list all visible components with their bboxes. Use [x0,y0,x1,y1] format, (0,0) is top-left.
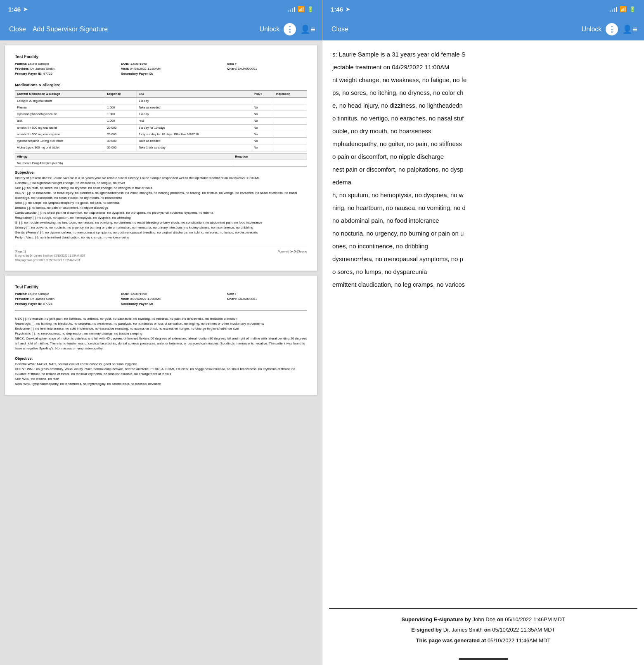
right-text-line-10: nest pain or discomfort, no palpitations… [332,164,634,175]
p2-dob: DOB: 12/08/1990 [121,292,227,297]
right-text-line-8: mphadenopathy, no goiter, no pain, no st… [332,138,634,149]
p1-allergy-table: Allergy Reaction No Known Drug Allergies… [15,153,307,167]
sig-esigned-on: on [484,627,491,633]
right-text-line-15: no nocturia, no urgency, no burning or p… [332,228,634,239]
p2-body-section: MSK [-]: no muscle, no joint pain, no st… [15,316,307,387]
p1-medications-table: Current Medication & Dosage Dispense SIG… [15,90,307,151]
page1-header-table: Patient: Laurie Sample DOB: 12/08/1990 S… [15,61,307,76]
sig-generated-label: This page was generated at [416,637,486,644]
med-col-sig: SIG [137,91,252,97]
p1-powered-by: Powered by DrChrono [277,250,307,263]
table-row: Hydromorphone/Bupivacaine1.0001 a dayNo [15,111,307,118]
page1-header: Test Facility Patient: Laurie Sample DOB… [15,54,307,76]
right-text-line-7: ouble, no dry mouth, no hoarseness [332,125,634,137]
left-dots-button[interactable] [284,23,296,35]
allergy-col-name: Allergy [15,153,233,160]
page2-header: Test Facility Patient: Laurie Sample DOB… [15,284,307,311]
right-text-line-4: ps, no sores, no itching, no dryness, no… [332,87,634,98]
left-location-icon: ➤ [23,6,28,12]
left-time: 1:46 [8,6,21,13]
p1-subjective-section: Subjective: History of present illness: … [15,170,307,240]
table-row: Lexapro 20 mg oral tablet1 a day [15,97,307,104]
table-row: cyclobenzaprine 10 mg oral tablet30.000T… [15,138,307,144]
p2-sex: Sex: F [227,292,307,297]
left-close-button[interactable]: Close [7,24,28,35]
right-text-line-9: o pain or discomfort, no nipple discharg… [332,151,634,162]
p1-patient-label: Patient: Laurie Sample [15,61,121,66]
med-col-indication: Indication [274,91,307,97]
right-signature-footer: Supervising E-signature by John Doe on 0… [329,608,637,646]
sig-supervising-name: John Doe [472,616,497,623]
sig-supervising-on: on [497,616,504,623]
p1-subjective-body: History of present illness: Laurie Sampl… [15,176,307,240]
p1-provider-label: Provider: Dr. James Smith [15,66,121,71]
sig-generated-date: 05/10/2022 11:46AM MDT [488,637,550,644]
right-text-line-12: h, no sputum, no hemoptysis, no dyspnea,… [332,189,634,200]
left-unlock-button[interactable]: Unlock [259,26,279,33]
p1-visit-label: Visit: 04/29/2022 11:00AM [121,66,227,71]
p2-patient: Patient: Laurie Sample [15,292,121,297]
right-text-line-1: s: Laurie Sample is a 31 years year old … [332,49,634,60]
left-signal-icon [288,6,295,12]
right-time: 1:46 [331,6,343,13]
right-text-line-3: nt weight change, no weakness, no fatigu… [332,74,634,85]
left-status-bar: 1:46 ➤ 📶 🔋 [0,0,322,18]
sig-supervising-label: Supervising E-signature by [402,616,471,623]
left-wifi-icon: 📶 [298,6,305,12]
p1-page-num: [Page 1] E-signed by Dr. James Smith on … [15,250,85,263]
left-phone-panel: 1:46 ➤ 📶 🔋 Close Add Supervisor Signatur… [0,0,322,665]
p2-objective-title: Objective: [15,356,307,362]
right-text-line-6: o tinnitus, no vertigo, no earaches, no … [332,113,634,124]
left-time-area: 1:46 ➤ [8,6,28,13]
left-nav-title: Add Supervisor Signature [33,26,256,33]
sig-esigned-label: E-signed by [411,627,442,633]
right-text-line-13: ning, no heartburn, no nausea, no vomiti… [332,202,634,213]
sig-generated-line: This page was generated at 05/10/2022 11… [329,636,637,645]
table-row: Phema1.000Take as neededNo [15,104,307,111]
table-row: amoxicillin 500 mg oral capsule20.0002 c… [15,131,307,137]
right-status-bar: 1:46 ➤ 📶 🔋 [322,0,644,18]
right-text-line-19: ermittent claudication, no leg cramps, n… [332,279,634,290]
right-text-line-5: e, no head injury, no dizziness, no ligh… [332,100,634,111]
page1-facility: Test Facility [15,54,307,60]
right-close-button[interactable]: Close [329,24,351,35]
right-text-line-2: jectable treatment on 04/29/2022 11:00AM [332,61,634,73]
right-user-list-icon[interactable]: 👤≡ [622,24,637,34]
p1-chart-label: Chart: SAJA000001 [227,66,307,71]
right-phone-panel: 1:46 ➤ 📶 🔋 Close Unlock 👤≡ s: Laurie Sam… [322,0,644,665]
p1-sex-label: Sex: F [227,61,307,66]
page2-header-table: Patient: Laurie Sample DOB: 12/08/1990 S… [15,292,307,307]
right-wifi-icon: 📶 [620,6,627,12]
p1-dob-label: DOB: 12/08/1990 [121,61,227,66]
home-indicator-bar [459,658,508,660]
table-row: Alpha Lipoic 300 mg oral tablet30.000Tak… [15,144,307,151]
left-nav-bar: Close Add Supervisor Signature Unlock 👤≡ [0,18,322,40]
p1-med-title: Medications & Allergies: [15,82,307,88]
allergy-col-reaction: Reaction [233,153,307,160]
right-time-area: 1:46 ➤ [331,6,350,13]
sig-esigned-line: E-signed by Dr. James Smith on 05/10/202… [329,625,637,634]
p2-secondary-payer: Secondary Payer ID: [121,302,307,307]
right-text-line-11: edema [332,177,634,188]
sig-supervising-line: Supervising E-signature by John Doe on 0… [329,615,637,624]
right-location-icon: ➤ [346,6,350,12]
right-scrolled-content[interactable]: s: Laurie Sample is a 31 years year old … [322,40,644,600]
page2-facility: Test Facility [15,284,307,290]
table-row: amoxicillin 500 mg oral tablet20.0003 a … [15,124,307,131]
right-dots-button[interactable] [606,23,618,35]
right-text-line-18: o sores, no lumps, no dyspareunia [332,266,634,277]
med-col-name: Current Medication & Dosage [15,91,105,97]
right-battery-icon: 🔋 [629,6,636,12]
p2-chart: Chart: SAJA000001 [227,297,307,302]
left-user-list-icon[interactable]: 👤≡ [300,24,315,34]
p1-payer-label: Primary Payer ID: 87726 [15,71,121,76]
right-text-line-14: no abdominal pain, no food intolerance [332,215,634,226]
right-unlock-button[interactable]: Unlock [581,26,601,33]
sig-esigned-name: Dr. James Smith [443,627,484,633]
p2-body-text: MSK [-]: no muscle, no joint pain, no st… [15,316,307,351]
right-text-line-17: dysmenorrhea, no menopausal symptoms, no… [332,253,634,264]
right-nav-bar: Close Unlock 👤≡ [322,18,644,40]
p2-provider: Provider: Dr. James Smith [15,297,121,302]
table-row: No Known Drug Allergies (NKDA) [15,160,307,166]
left-content-area[interactable]: Test Facility Patient: Laurie Sample DOB… [0,40,322,665]
